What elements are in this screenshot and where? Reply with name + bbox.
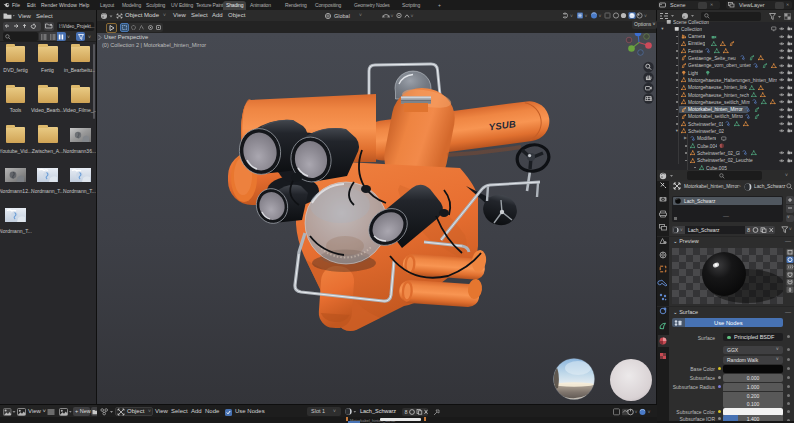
svg-text:8: 8 — [405, 409, 408, 415]
svg-text:˅: ˅ — [391, 13, 394, 19]
svg-text:˅: ˅ — [599, 13, 602, 19]
svg-text:Global: Global — [334, 13, 350, 19]
svg-text:˅: ˅ — [644, 13, 647, 19]
svg-text:˅: ˅ — [570, 13, 573, 19]
svg-text:˅: ˅ — [411, 13, 414, 19]
svg-text:˅: ˅ — [648, 409, 651, 415]
svg-text:˅: ˅ — [585, 13, 588, 19]
svg-text:(0) Collection 2 | Motorkabel_: (0) Collection 2 | Motorkabel_hinten_Mir… — [102, 42, 206, 48]
svg-text:˅: ˅ — [635, 409, 638, 415]
svg-text:User Perspective: User Perspective — [104, 34, 148, 40]
svg-text:8: 8 — [747, 227, 750, 233]
